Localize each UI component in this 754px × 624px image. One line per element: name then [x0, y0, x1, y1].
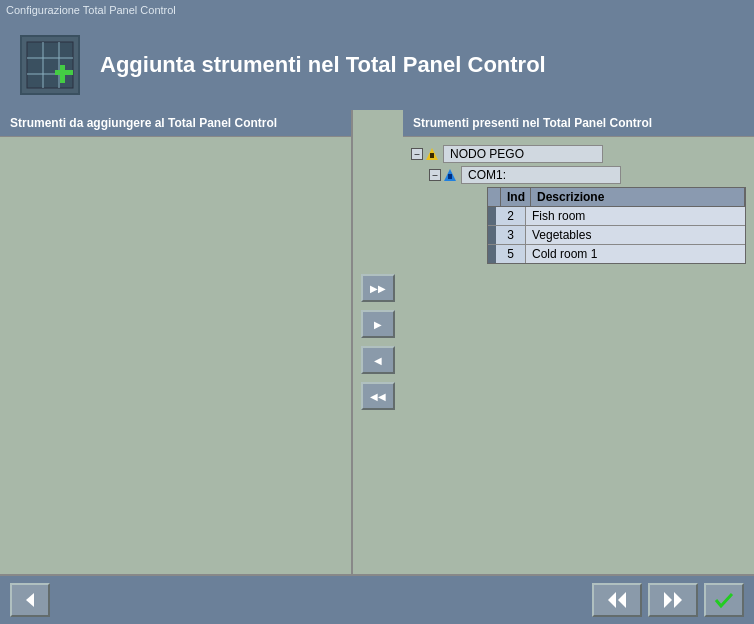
- svg-marker-14: [664, 592, 672, 608]
- svg-marker-12: [608, 592, 616, 608]
- tree-root-node: – NODO PEGO: [411, 145, 746, 163]
- header-title: Aggiunta strumenti nel Total Panel Contr…: [100, 52, 546, 78]
- items-table: Ind Descrizione 2Fish room3Vegetables5Co…: [487, 187, 746, 264]
- bottom-bar: [0, 574, 754, 624]
- tree-com1-node: – COM1:: [429, 166, 746, 184]
- col-marker-header: [488, 188, 501, 206]
- table-body: 2Fish room3Vegetables5Cold room 1: [488, 207, 745, 263]
- tree-com1-area: – COM1: Ind Descrizione: [429, 166, 746, 264]
- row-ind: 3: [496, 226, 526, 244]
- prev-button[interactable]: [592, 583, 642, 617]
- col-desc-header: Descrizione: [531, 188, 745, 206]
- row-marker: [488, 245, 496, 263]
- tree-root-label: NODO PEGO: [443, 145, 603, 163]
- next-arrow-icon: [662, 591, 684, 609]
- prev-arrow-icon: [606, 591, 628, 609]
- bottom-left: [10, 583, 50, 617]
- checkmark-icon: [714, 591, 734, 609]
- row-description: Fish room: [526, 207, 745, 225]
- table-row[interactable]: 2Fish room: [488, 207, 745, 226]
- window-title: Configurazione Total Panel Control: [6, 4, 176, 16]
- tree-com1-label: COM1:: [461, 166, 621, 184]
- svg-marker-11: [26, 593, 34, 607]
- remove-one-button[interactable]: ◀: [361, 346, 395, 374]
- header: Aggiunta strumenti nel Total Panel Contr…: [0, 20, 754, 110]
- right-panel-header: Strumenti presenti nel Total Panel Contr…: [403, 110, 754, 137]
- back-arrow-icon: [20, 590, 40, 610]
- bottom-right: [592, 583, 744, 617]
- confirm-button[interactable]: [704, 583, 744, 617]
- tree-root-icon: [425, 147, 439, 161]
- row-marker: [488, 207, 496, 225]
- right-panel-content: – NODO PEGO – COM1:: [403, 137, 754, 272]
- back-button[interactable]: [10, 583, 50, 617]
- svg-marker-15: [674, 592, 682, 608]
- right-panel: Strumenti presenti nel Total Panel Contr…: [403, 110, 754, 574]
- row-description: Vegetables: [526, 226, 745, 244]
- transfer-buttons-area: ▶▶ ▶ ◀ ◀◀: [353, 110, 403, 574]
- table-row[interactable]: 3Vegetables: [488, 226, 745, 245]
- table-row[interactable]: 5Cold room 1: [488, 245, 745, 263]
- title-bar: Configurazione Total Panel Control: [0, 0, 754, 20]
- row-ind: 5: [496, 245, 526, 263]
- next-button[interactable]: [648, 583, 698, 617]
- tree-root-toggle[interactable]: –: [411, 148, 423, 160]
- row-marker: [488, 226, 496, 244]
- svg-rect-0: [27, 42, 73, 88]
- row-ind: 2: [496, 207, 526, 225]
- svg-rect-10: [448, 174, 452, 179]
- svg-marker-13: [618, 592, 626, 608]
- header-icon: [20, 35, 80, 95]
- table-header: Ind Descrizione: [488, 188, 745, 207]
- tree-com1-icon: [443, 168, 457, 182]
- items-table-wrapper: Ind Descrizione 2Fish room3Vegetables5Co…: [487, 187, 746, 264]
- row-description: Cold room 1: [526, 245, 745, 263]
- left-panel-header: Strumenti da aggiungere al Total Panel C…: [0, 110, 351, 137]
- main-content: Strumenti da aggiungere al Total Panel C…: [0, 110, 754, 574]
- left-panel: Strumenti da aggiungere al Total Panel C…: [0, 110, 353, 574]
- left-panel-content: [0, 137, 351, 571]
- add-all-button[interactable]: ▶▶: [361, 274, 395, 302]
- svg-rect-6: [60, 65, 65, 83]
- col-ind-header: Ind: [501, 188, 531, 206]
- app-icon: [25, 40, 75, 90]
- tree-com1-toggle[interactable]: –: [429, 169, 441, 181]
- remove-all-button[interactable]: ◀◀: [361, 382, 395, 410]
- add-one-button[interactable]: ▶: [361, 310, 395, 338]
- svg-rect-8: [430, 153, 434, 158]
